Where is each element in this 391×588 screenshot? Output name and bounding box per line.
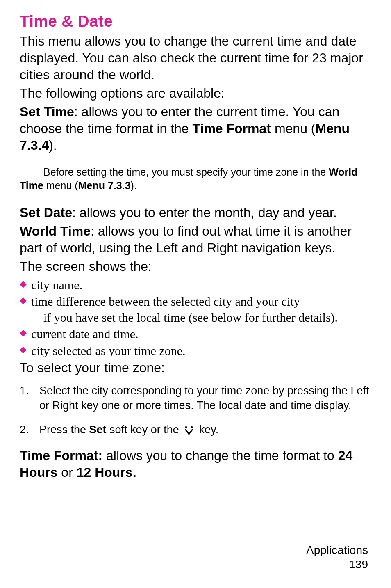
step-item: Press the Set soft key or the key.: [20, 423, 371, 437]
bullet-city-zone: city selected as your time zone.: [31, 344, 186, 357]
page-footer: Applications 139: [306, 543, 368, 572]
note-paragraph: Before setting the time, you must specif…: [20, 165, 371, 193]
bullet-current-date: current date and time.: [31, 327, 139, 341]
time-format-option: Time Format: allows you to change the ti…: [20, 447, 371, 481]
to-select-label: To select your time zone:: [20, 359, 371, 376]
time-format-label: Time Format:: [20, 448, 102, 463]
menu-ref-733: Menu 7.3.3: [78, 180, 131, 191]
manual-page: Time & Date This menu allows you to chan…: [0, 0, 391, 588]
intro-paragraph-2: The following options are available:: [20, 85, 371, 102]
svg-point-1: [191, 426, 193, 428]
set-time-text-2: menu (: [271, 121, 315, 136]
world-time-label: World Time: [20, 224, 91, 238]
step-2-text-c: key.: [196, 423, 218, 436]
time-format-ref: Time Format: [193, 121, 271, 136]
set-time-label: Set Time: [20, 104, 74, 119]
bullet-time-diff-rest: if you have set the local time (see belo…: [31, 310, 371, 325]
set-softkey-label: Set: [89, 423, 107, 436]
time-format-text-1: allows you to change the time format to: [102, 448, 338, 463]
bullet-city-name: city name.: [31, 278, 82, 292]
intro-paragraph-1: This menu allows you to change the curre…: [20, 33, 371, 83]
time-format-text-2: or: [57, 465, 76, 480]
step-2-text-b: soft key or the: [107, 423, 182, 436]
section-heading: Time & Date: [20, 12, 371, 30]
footer-page-number: 139: [306, 557, 368, 572]
bullet-time-diff-line1: time difference between the selected cit…: [31, 295, 300, 308]
ok-key-icon: [184, 425, 194, 436]
note-text-3: ).: [131, 180, 137, 191]
step-2-text-a: Press the: [39, 423, 89, 436]
step-1-text: Select the city corresponding to your ti…: [39, 384, 369, 412]
list-item: time difference between the selected cit…: [20, 294, 371, 325]
set-date-text: : allows you to enter the month, day and…: [72, 205, 337, 220]
screen-shows-list: city name. time difference between the s…: [20, 277, 371, 359]
svg-point-0: [185, 426, 187, 428]
note-text-1: Before setting the time, you must specif…: [43, 166, 329, 178]
footer-section-name: Applications: [306, 543, 368, 557]
steps-list: Select the city corresponding to your ti…: [20, 384, 371, 437]
step-item: Select the city corresponding to your ti…: [20, 384, 371, 413]
list-item: city name.: [20, 277, 371, 293]
set-time-option: Set Time: allows you to enter the curren…: [20, 103, 371, 154]
set-date-label: Set Date: [20, 205, 72, 220]
screen-shows-label: The screen shows the:: [20, 258, 371, 275]
note-text-2: menu (: [43, 180, 78, 191]
set-date-option: Set Date: allows you to enter the month,…: [20, 204, 371, 221]
list-item: city selected as your time zone.: [20, 343, 371, 359]
set-time-text-3: ).: [49, 138, 57, 153]
list-item: current date and time.: [20, 326, 371, 342]
12-hours-label: 12 Hours.: [77, 465, 136, 480]
world-time-option: World Time: allows you to find out what …: [20, 223, 371, 256]
